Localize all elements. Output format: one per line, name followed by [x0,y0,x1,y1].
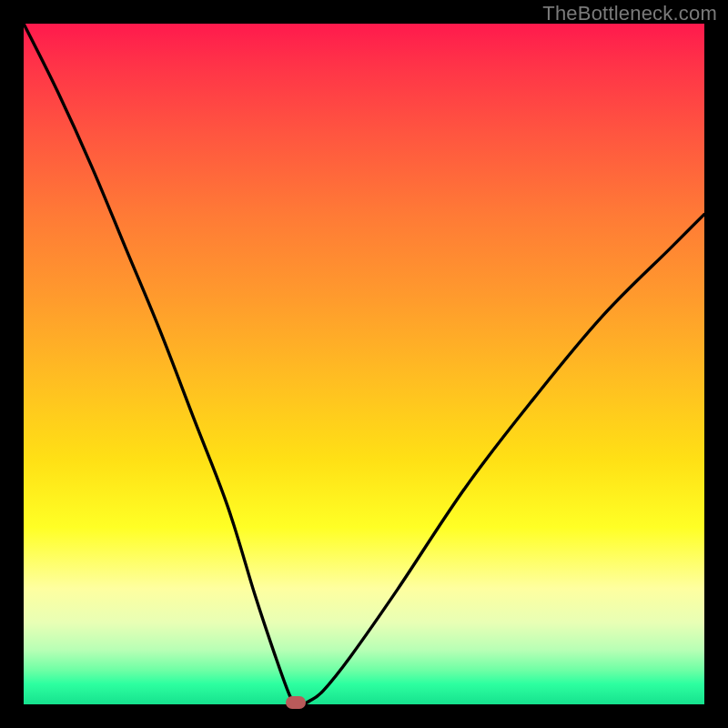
optimal-marker [286,696,306,709]
watermark-label: TheBottleneck.com [542,2,717,25]
plot-area [24,24,704,704]
chart-frame: TheBottleneck.com [0,0,728,728]
bottleneck-curve [24,24,704,704]
